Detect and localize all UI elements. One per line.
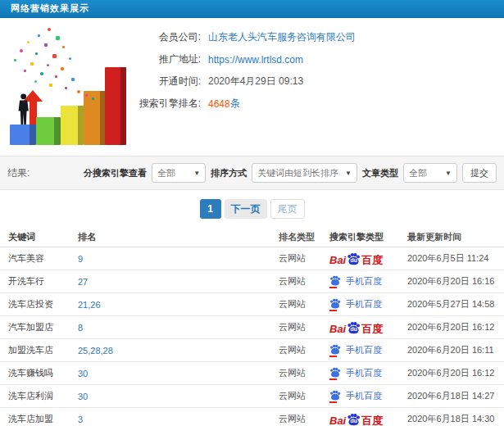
confetti-dot <box>55 75 57 78</box>
next-page-button[interactable]: 下一页 <box>225 199 267 219</box>
baidu-paw-icon: du <box>347 252 361 265</box>
illustration-bar <box>84 91 106 145</box>
mobile-baidu-logo: 手机百度 <box>329 344 382 357</box>
rank-link[interactable]: 3 <box>78 415 279 424</box>
confetti-dot <box>30 62 34 66</box>
rank-type-cell: 云网站 <box>279 390 329 402</box>
col-engine: 搜索引擎类型 <box>329 231 407 243</box>
keyword-cell: 洗车店投资 <box>8 298 78 310</box>
submit-button[interactable]: 提交 <box>462 163 497 183</box>
table-row: 洗车赚钱吗30云网站手机百度2020年6月20日 16:12 <box>0 362 504 385</box>
page-1-button[interactable]: 1 <box>200 199 221 219</box>
time-cell: 2020年6月18日 14:30 <box>407 413 504 425</box>
keyword-cell: 开洗车行 <box>8 275 78 288</box>
engine-cell: 手机百度 <box>329 275 407 288</box>
time-cell: 2020年6月20日 16:12 <box>407 321 504 333</box>
table-row: 洗车店投资21,26云网站手机百度2020年5月27日 14:58 <box>0 293 504 316</box>
rank-type-cell: 云网站 <box>279 321 329 333</box>
confetti-dot <box>24 70 26 72</box>
confetti-dot <box>69 57 71 60</box>
rank-link[interactable]: 30 <box>78 369 279 378</box>
chevron-down-icon: ▼ <box>345 170 352 177</box>
rank-link[interactable]: 9 <box>78 254 279 264</box>
confetti-dot <box>56 36 60 40</box>
rank-link[interactable]: 25,28,28 <box>78 346 279 356</box>
confetti-dot <box>71 78 75 81</box>
time-cell: 2020年6月18日 14:27 <box>407 390 504 402</box>
rank-link[interactable]: 27 <box>78 277 279 287</box>
engine-cell: 手机百度 <box>329 344 407 357</box>
keyword-cell: 汽车美容 <box>8 252 78 265</box>
rank-type-cell: 云网站 <box>279 413 329 425</box>
article-type-value: 全部 <box>409 167 427 179</box>
mobile-baidu-logo: 手机百度 <box>329 367 382 380</box>
sort-filter-value: 关键词由短到长排序 <box>257 167 338 179</box>
confetti-dot <box>65 87 67 89</box>
confetti-dot <box>92 97 94 100</box>
col-rank: 排名 <box>78 231 279 243</box>
info-row-url: 推广地址: https://www.lrtlsd.com <box>127 48 356 70</box>
mobile-baidu-logo: 手机百度 <box>329 275 382 288</box>
info-row-company: 会员公司: 山东老人头汽车服务咨询有限公司 <box>127 26 356 48</box>
promo-url-label: 推广地址: <box>127 52 201 66</box>
article-type-label: 文章类型 <box>362 167 398 179</box>
keyword-cell: 洗车店利润 <box>8 390 78 402</box>
table-row: 洗车店加盟3云网站Baidu百度2020年6月18日 14:30 <box>0 408 504 426</box>
rank-link[interactable]: 30 <box>78 392 279 401</box>
col-time: 最新更新时间 <box>407 231 504 243</box>
illustration-bar <box>10 125 36 145</box>
time-cell: 2020年6月5日 11:24 <box>407 252 504 265</box>
company-info: 会员公司: 山东老人头汽车服务咨询有限公司 推广地址: https://www.… <box>127 26 356 115</box>
pagination: 1 下一页 尾页 <box>0 199 504 219</box>
engine-cell: 手机百度 <box>329 298 407 311</box>
baidu-logo: Baidu百度 <box>329 252 383 265</box>
result-label: 结果: <box>7 166 30 180</box>
engine-cell: Baidu百度 <box>329 321 407 334</box>
rank-link[interactable]: 8 <box>78 323 279 333</box>
baidu-logo: Baidu百度 <box>329 413 383 426</box>
confetti-dot <box>52 54 57 58</box>
mobile-baidu-logo: 手机百度 <box>329 298 382 311</box>
rank-count-value: 4648 <box>208 98 230 110</box>
rank-link[interactable]: 21,26 <box>78 300 279 310</box>
article-type-select[interactable]: 全部 ▼ <box>403 163 457 183</box>
col-rank-type: 排名类型 <box>279 231 329 243</box>
sort-filter-label: 排序方式 <box>211 167 247 179</box>
engine-filter-value: 全部 <box>157 167 175 179</box>
baidu-paw-icon: du <box>347 321 361 334</box>
rank-type-cell: 云网站 <box>279 275 329 288</box>
illustration-bar <box>61 106 84 145</box>
open-time-value: 2020年4月29日 09:13 <box>208 75 303 88</box>
mobile-baidu-logo: 手机百度 <box>329 390 382 403</box>
time-cell: 2020年6月20日 16:16 <box>407 275 504 288</box>
promo-url-link[interactable]: https://www.lrtlsd.com <box>208 54 303 66</box>
confetti-dot <box>49 84 52 87</box>
filter-bar: 结果: 分搜索引擎查看 全部 ▼ 排序方式 关键词由短到长排序 ▼ 文章类型 全… <box>0 156 504 190</box>
table-row: 汽车加盟店8云网站Baidu百度2020年6月20日 16:12 <box>0 316 504 339</box>
confetti-dot <box>48 28 51 31</box>
time-cell: 2020年5月27日 14:58 <box>407 298 504 310</box>
info-row-rank-count: 搜索引擎排名: 4648 条 <box>127 93 356 115</box>
info-row-open-time: 开通时间: 2020年4月29日 09:13 <box>127 70 356 93</box>
company-name-link[interactable]: 山东老人头汽车服务咨询有限公司 <box>208 30 356 44</box>
engine-cell: Baidu百度 <box>329 252 407 265</box>
confetti-dot <box>44 43 48 47</box>
baidu-paw-icon <box>329 390 341 403</box>
engine-filter-select[interactable]: 全部 ▼ <box>152 163 206 183</box>
baidu-paw-icon: du <box>347 413 361 426</box>
time-cell: 2020年6月20日 16:11 <box>407 344 504 356</box>
filter-controls: 分搜索引擎查看 全部 ▼ 排序方式 关键词由短到长排序 ▼ 文章类型 全部 ▼ … <box>84 163 497 183</box>
chevron-down-icon: ▼ <box>193 170 200 177</box>
engine-cell: 手机百度 <box>329 390 407 403</box>
rank-type-cell: 云网站 <box>279 344 329 356</box>
illustration-bar <box>105 67 126 145</box>
table-row: 加盟洗车店25,28,28云网站手机百度2020年6月20日 16:11 <box>0 339 504 362</box>
col-keyword: 关键词 <box>8 231 78 243</box>
baidu-paw-icon <box>329 344 341 357</box>
sort-filter-select[interactable]: 关键词由短到长排序 ▼ <box>252 163 357 183</box>
rank-count-unit: 条 <box>230 97 240 111</box>
page-title: 网络营销效果展示 <box>11 2 89 15</box>
last-page-button[interactable]: 尾页 <box>270 199 305 219</box>
baidu-logo: Baidu百度 <box>329 321 383 334</box>
confetti-dot <box>34 80 37 83</box>
